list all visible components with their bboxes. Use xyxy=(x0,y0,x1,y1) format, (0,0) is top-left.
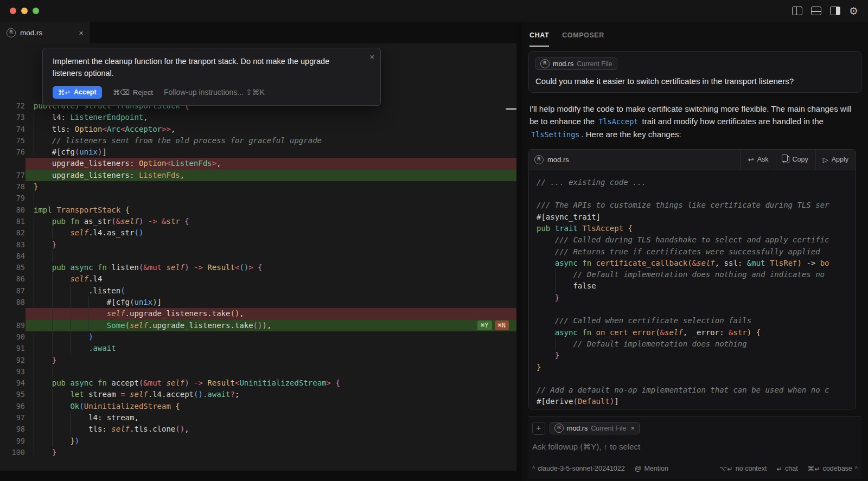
shortcut-keys: ⌥↵ xyxy=(719,465,733,473)
chat-messages: R mod.rs Current File Could you make it … xyxy=(528,47,861,481)
button-label: Ask xyxy=(757,156,769,163)
reject-diff-badge[interactable]: ⌘N xyxy=(495,320,509,330)
toggle-right-sidebar-icon[interactable] xyxy=(830,7,840,15)
code-line: 88 #[cfg(unix)] xyxy=(0,297,516,308)
diff-added-line: 77 upgrade_listeners: ListenFds, xyxy=(0,170,516,181)
code-text: // Default implementation does nothing a… xyxy=(537,269,856,280)
user-message-text: Could you make it easier to switch certi… xyxy=(535,75,854,87)
shortcut-no-context[interactable]: ⌥↵no context xyxy=(719,465,767,473)
code-text: ) xyxy=(25,331,516,343)
indent-guide xyxy=(52,412,53,424)
context-file-pill[interactable]: R mod.rs Current File xyxy=(535,57,617,70)
code-line: pub trait TlsAccept { xyxy=(537,223,856,234)
indent-guide xyxy=(555,269,556,280)
code-line: 97 l4: stream, xyxy=(0,412,516,424)
shortcut-chat[interactable]: ↵chat xyxy=(777,465,798,473)
code-text: false xyxy=(537,280,856,292)
mention-button[interactable]: @ Mention xyxy=(635,465,668,472)
code-line: /// Called during TLS handshake to selec… xyxy=(537,234,856,246)
indent-guide xyxy=(52,401,53,412)
line-number: 91 xyxy=(0,343,25,354)
button-label: Copy xyxy=(793,156,808,163)
code-text: }) xyxy=(25,435,516,447)
reject-button[interactable]: ⌘⌫ Reject xyxy=(113,88,153,97)
code-text xyxy=(25,251,516,262)
code-line: 90 ) xyxy=(0,331,516,343)
code-line: #[derive(Default)] xyxy=(537,396,856,407)
settings-gear-icon[interactable]: ⚙ xyxy=(849,6,858,16)
code-line: /// The APIs to customize things like ce… xyxy=(537,200,856,211)
code-line: 83 } xyxy=(0,239,516,251)
code-block-body: // ... existing code .../// The APIs to … xyxy=(529,170,856,408)
accept-diff-badge[interactable]: ⌘Y xyxy=(477,320,492,330)
accept-button[interactable]: ⌘↵ Accept xyxy=(53,86,102,99)
tab-chat[interactable]: CHAT xyxy=(529,31,549,47)
add-context-button[interactable]: + xyxy=(532,422,545,435)
line-number: 72 xyxy=(0,100,25,112)
indent-guide xyxy=(52,343,53,354)
reject-label: Reject xyxy=(133,88,153,97)
code-line: 79 xyxy=(0,193,516,204)
zoom-window-button[interactable] xyxy=(33,8,39,14)
line-number: 89 xyxy=(0,320,25,331)
shortcut-label: chat xyxy=(785,465,798,472)
code-text: async fn certificate_callback(&self, ssl… xyxy=(537,258,856,269)
code-line: 81 pub fn as_str(&self) -> &str { xyxy=(0,216,516,227)
indent-guide xyxy=(88,320,89,331)
assistant-message-text: I'll help modify the code to make certif… xyxy=(529,102,860,140)
code-line: 86 self.l4 xyxy=(0,273,516,285)
followup-instructions-field[interactable]: Follow-up instructions... ⇧⌘K xyxy=(164,88,265,97)
model-selector[interactable]: ^ claude-3-5-sonnet-20241022 xyxy=(532,465,625,472)
code-line: 84 xyxy=(0,251,516,262)
editor-scrollbar-thumb[interactable] xyxy=(506,108,516,110)
code-block-header: R mod.rs ↩AskCopy▷Apply xyxy=(529,150,856,170)
chat-input-card[interactable]: + R mod.rs Current File × Ask followup (… xyxy=(528,416,861,478)
close-window-button[interactable] xyxy=(10,8,16,14)
chat-input-footer: ^ claude-3-5-sonnet-20241022 @ Mention ⌥… xyxy=(532,465,858,473)
minimize-window-button[interactable] xyxy=(21,8,28,14)
accept-label: Accept xyxy=(74,88,97,96)
code-line: 87 .listen( xyxy=(0,285,516,297)
ask-button[interactable]: ↩Ask xyxy=(741,150,776,170)
code-line: 93 xyxy=(0,366,516,377)
apply-button[interactable]: ▷Apply xyxy=(815,150,856,170)
code-line: 98 tls: self.tls.clone(), xyxy=(0,424,516,435)
prompt-text: Implement the cleanup function for the t… xyxy=(53,56,371,80)
code-text: self.upgrade_listeners.take(), xyxy=(25,308,516,319)
code-line: false xyxy=(537,280,856,292)
indent-guide xyxy=(70,285,71,297)
input-context-file-pill[interactable]: R mod.rs Current File × xyxy=(550,422,640,434)
code-text: pub fn as_str(&self) -> &str { xyxy=(25,216,516,227)
code-text: tls: Option<Arc<Acceptor>>, xyxy=(25,124,516,135)
chat-input-placeholder[interactable]: Ask followup (⌘Y), ↑ to select xyxy=(532,442,858,452)
code-text: let stream = self.l4.accept().await?; xyxy=(25,389,516,400)
split-editor-icon[interactable] xyxy=(792,7,802,15)
tab-mod-rs[interactable]: R mod.rs × xyxy=(0,22,90,43)
indent-guide xyxy=(70,331,71,343)
close-popup-icon[interactable]: × xyxy=(370,53,374,61)
line-number: 96 xyxy=(0,401,25,412)
code-text: #[cfg(unix)] xyxy=(25,146,516,158)
toggle-panel-icon[interactable] xyxy=(811,7,821,15)
indent-guide xyxy=(52,331,53,343)
tab-composer[interactable]: COMPOSER xyxy=(562,31,604,47)
copy-button[interactable]: Copy xyxy=(776,150,815,170)
code-line xyxy=(537,188,856,200)
indent-guide xyxy=(88,308,89,319)
code-lines: 72pub(crate) struct TransportStack {73 l… xyxy=(0,100,516,458)
indent-guide xyxy=(70,297,71,308)
indent-guide xyxy=(52,320,53,331)
diff-removed-line: upgrade_listeners: Option<ListenFds>, xyxy=(0,158,516,169)
code-block-file-name: mod.rs xyxy=(547,156,569,164)
code-text: upgrade_listeners: Option<ListenFds>, xyxy=(25,158,516,169)
code-editor[interactable]: Implement the cleanup function for the t… xyxy=(0,43,516,471)
remove-context-icon[interactable]: × xyxy=(631,425,635,432)
line-number: 88 xyxy=(0,297,25,308)
indent-guide xyxy=(52,273,53,285)
code-line: } xyxy=(537,350,856,361)
code-line: 73 l4: ListenerEndpoint, xyxy=(0,112,516,123)
pill-file-name: mod.rs xyxy=(567,425,588,432)
close-tab-icon[interactable]: × xyxy=(79,28,84,37)
rust-file-icon: R xyxy=(554,424,564,433)
shortcut-codebase[interactable]: ⌘↵codebase^ xyxy=(808,465,858,473)
